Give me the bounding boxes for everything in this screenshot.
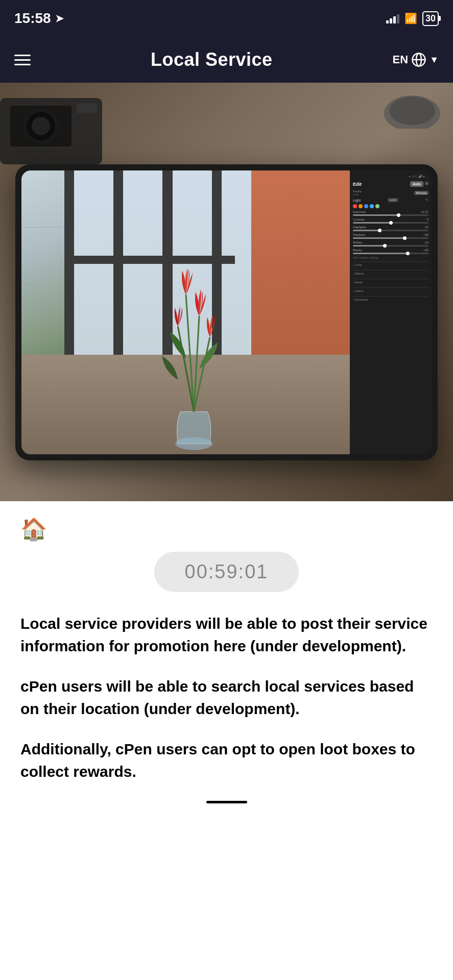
color-section: › Color <box>353 261 428 268</box>
optics-section: › Optics <box>353 287 428 294</box>
time-display: 15:58 <box>14 10 51 27</box>
paragraph-2: cPen users will be able to search local … <box>20 675 433 720</box>
language-label: EN <box>393 53 409 66</box>
status-right: 📶 30 <box>386 11 439 26</box>
svg-rect-8 <box>77 103 97 113</box>
blacks-slider: Blacks +35 <box>353 249 428 254</box>
color-dots <box>353 204 428 208</box>
tablet-mockup: ↩ ↺ □ 🔗 ⊕ ··· Edit Auto ⊟ Profile Color <box>15 164 438 460</box>
battery-indicator: 30 <box>422 11 439 26</box>
highlights-slider: Highlights -25 <box>353 226 428 231</box>
status-bar: 15:58 ➤ 📶 30 <box>0 0 453 37</box>
signal-icon <box>386 13 399 23</box>
content-area: 🏠 00:59:01 Local service providers will … <box>0 501 453 834</box>
paragraph-3: Additionally, cPen users can opt to open… <box>20 738 433 782</box>
timer-container: 00:59:01 <box>20 552 433 592</box>
light-label: Light <box>353 199 361 202</box>
paragraph-1-block: Local service providers will be able to … <box>20 612 433 657</box>
camera-decoration <box>0 88 123 169</box>
chevron-down-icon: ▼ <box>430 55 439 65</box>
home-icon-row: 🏠 <box>20 517 433 542</box>
app-header: Local Service EN ▼ <box>0 37 453 83</box>
photo-bg <box>21 170 350 454</box>
paragraph-1: Local service providers will be able to … <box>20 612 433 657</box>
detail-section: › Detail <box>353 279 428 285</box>
location-arrow-icon: ➤ <box>55 12 64 24</box>
paragraph-2-block: cPen users will be able to search local … <box>20 675 433 720</box>
auto-button: Auto <box>410 181 423 187</box>
whites-slider: Whites -15 <box>353 241 428 247</box>
tablet-screen: ↩ ↺ □ 🔗 ⊕ ··· Edit Auto ⊟ Profile Color <box>21 170 432 454</box>
hero-image: ↩ ↺ □ 🔗 ⊕ ··· Edit Auto ⊟ Profile Color <box>0 83 453 501</box>
sdr-settings: SDR rendition settings <box>353 256 428 259</box>
svg-point-10 <box>389 96 435 125</box>
browse-button: Browse <box>414 191 428 195</box>
exposure-slider: Exposure +0.21 <box>353 210 428 216</box>
shadows-slider: Shadows +36 <box>353 233 428 239</box>
hamburger-menu-button[interactable] <box>14 55 31 65</box>
paragraph-3-block: Additionally, cPen users can opt to open… <box>20 738 433 782</box>
geometry-section: › Geometry <box>353 296 428 303</box>
globe-icon <box>411 52 426 67</box>
battery-level: 30 <box>425 13 436 24</box>
timer-display: 00:59:01 <box>154 552 299 592</box>
contrast-slider: Contrast 0 <box>353 218 428 224</box>
edit-label: Edit <box>353 182 362 187</box>
page-title: Local Service <box>151 49 273 70</box>
svg-point-7 <box>32 117 50 135</box>
tablet-edit-panel: ↩ ↺ □ 🔗 ⊕ ··· Edit Auto ⊟ Profile Color <box>350 170 432 454</box>
status-time: 15:58 ➤ <box>14 10 64 27</box>
language-selector[interactable]: EN ▼ <box>393 52 439 67</box>
tablet-photo-area <box>21 170 350 454</box>
tulips-svg <box>120 241 268 454</box>
wifi-icon: 📶 <box>404 12 417 24</box>
effects-section: › Effects <box>353 270 428 277</box>
top-right-decoration <box>382 88 443 129</box>
hdr-button: HDR <box>388 198 398 202</box>
home-icon[interactable]: 🏠 <box>20 517 47 541</box>
color-label: Color <box>353 193 362 196</box>
bottom-decoration-line <box>206 801 247 803</box>
